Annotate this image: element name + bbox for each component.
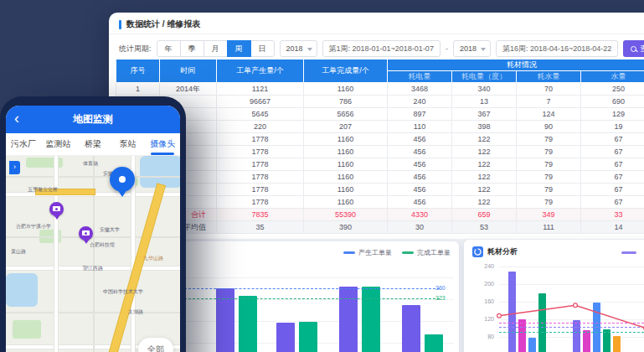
- table-cell: 35: [217, 221, 304, 234]
- chevron-down-icon: [307, 48, 312, 51]
- table-cell: 786: [304, 96, 388, 108]
- back-icon[interactable]: ‹: [14, 109, 19, 127]
- table-cell: 30: [388, 221, 452, 234]
- tab-泵站[interactable]: 泵站: [111, 133, 146, 155]
- period-option-季[interactable]: 季: [180, 40, 204, 57]
- map-expand-button[interactable]: ›: [9, 161, 20, 174]
- table-cell: 456: [388, 133, 452, 146]
- table-cell: 1160: [304, 184, 388, 196]
- tab-污水厂[interactable]: 污水厂: [6, 133, 41, 155]
- y-axis-tick: 240: [472, 263, 494, 269]
- table-cell: 1: [116, 83, 160, 96]
- bar-完成工单量: [425, 334, 443, 352]
- summary-total-row: 合计783555390433065934933: [116, 209, 644, 221]
- pin-tail: [83, 239, 90, 244]
- map-park: [13, 320, 41, 339]
- map-label: 安徽大学: [100, 226, 120, 234]
- table-cell: 456: [388, 146, 452, 158]
- camera-pin-icon[interactable]: [79, 226, 93, 241]
- start-week-input[interactable]: 第1周: 2018-01-01~2018-01-07: [322, 40, 440, 57]
- table-cell: 53: [452, 221, 517, 234]
- table-cell: 70: [517, 83, 581, 96]
- sub-col-header: 耗电量: [388, 71, 452, 83]
- period-option-月[interactable]: 月: [204, 40, 228, 57]
- table-cell: 90: [517, 121, 581, 133]
- tab-桥梁[interactable]: 桥梁: [75, 133, 111, 155]
- table-cell: 3468: [388, 83, 452, 96]
- table-cell: 398: [452, 121, 517, 133]
- table-cell: 7: [517, 96, 581, 108]
- table-cell: 690: [581, 96, 644, 108]
- chart-panel-icon: [472, 246, 483, 257]
- query-button[interactable]: 查询: [623, 40, 644, 57]
- table-cell: 122: [452, 184, 517, 196]
- sub-col-header: 耗水量: [517, 71, 581, 83]
- period-option-年[interactable]: 年: [157, 40, 181, 57]
- table-cell: 1160: [304, 133, 388, 146]
- legend-label: 产生工单量: [358, 248, 392, 257]
- table-row: 177811604561227967: [116, 133, 644, 146]
- all-filter-button[interactable]: 全部: [138, 338, 173, 352]
- breadcrumb-accent-bar: [119, 20, 121, 29]
- map-label: 太湖路: [128, 308, 143, 316]
- table-cell: 4330: [388, 209, 452, 221]
- col-header-completed: 工单完成量/个: [304, 60, 388, 83]
- tab-摄像头[interactable]: 摄像头: [145, 133, 180, 155]
- table-cell: 5656: [304, 108, 388, 121]
- sub-col-header: 水量: [581, 71, 644, 83]
- map-water: [140, 156, 180, 188]
- tab-监测站[interactable]: 监测站: [41, 133, 76, 155]
- consumables-bar-line-chart: 2402001601208040: [499, 267, 644, 352]
- table-cell: 67: [581, 196, 644, 209]
- y-axis-tick: 160: [472, 298, 494, 304]
- table-cell: 897: [388, 108, 452, 121]
- table-row: 12014年11211160346834070250: [116, 83, 644, 96]
- map-canvas[interactable]: › 全部 体育场安徽农业大学五里墩立交桥合肥市宁溪小学安徽大学合肥科技馆黄山路望…: [6, 156, 180, 352]
- table-cell: 349: [517, 209, 581, 221]
- table-cell: 124: [517, 108, 581, 121]
- table-cell: 340: [452, 83, 517, 96]
- table-cell: 390: [304, 221, 388, 234]
- table-cell: 1778: [217, 196, 304, 209]
- period-option-日[interactable]: 日: [250, 40, 275, 57]
- report-table: 序号 时间 工单产生量/个 工单完成量/个 耗材情况 耗电量耗电量（度）耗水量水…: [116, 59, 644, 234]
- legend-swatch: [621, 251, 636, 254]
- table-cell: 1121: [217, 83, 304, 96]
- table-cell: 456: [388, 184, 452, 196]
- page-title: 地图监测: [73, 112, 113, 127]
- table-cell: 1778: [217, 146, 304, 158]
- col-header-created: 工单产生量/个: [217, 60, 304, 83]
- summary-average-row: 平均值35390305311114: [116, 221, 644, 234]
- table-row: 177811604561227967: [116, 171, 644, 184]
- end-year-select[interactable]: 2018: [453, 40, 491, 57]
- table-cell: 1160: [304, 83, 388, 96]
- camera-pin-icon[interactable]: [49, 202, 64, 216]
- pin-tail: [54, 215, 60, 220]
- table-cell: 67: [581, 158, 644, 171]
- start-year-select[interactable]: 2018: [280, 40, 317, 57]
- selected-pin-icon[interactable]: [110, 167, 135, 192]
- chart-title: 耗材分析: [487, 246, 518, 257]
- table-cell: 250: [581, 83, 644, 96]
- map-label: 合肥科技馆: [90, 241, 115, 249]
- table-cell: 456: [388, 171, 452, 184]
- bar-产生工单量: [402, 305, 420, 352]
- table-row: 56455656897367124129: [116, 108, 644, 121]
- table-cell: 110: [388, 121, 452, 133]
- map-water: [6, 273, 38, 307]
- table-cell: 122: [452, 158, 517, 171]
- period-option-周[interactable]: 周: [227, 40, 251, 57]
- table-cell: 1778: [217, 184, 304, 196]
- search-icon: [631, 46, 636, 52]
- map-category-tabs: 污水厂监测站桥梁泵站摄像头: [6, 133, 180, 156]
- end-year-value: 2018: [460, 44, 477, 53]
- table-cell: 79: [517, 146, 581, 158]
- y-axis-tick: 200: [472, 281, 494, 287]
- table-cell: 55390: [304, 209, 388, 221]
- workorder-chart-card: 产生工单量完成工单量 360323: [183, 241, 459, 352]
- end-week-input[interactable]: 第16周: 2018-04-16~2018-04-22: [496, 40, 618, 57]
- map-label: 黄山路: [11, 248, 26, 256]
- table-cell: 207: [304, 121, 388, 133]
- table-cell: 96667: [217, 96, 304, 108]
- col-header-time: 时间: [160, 60, 217, 83]
